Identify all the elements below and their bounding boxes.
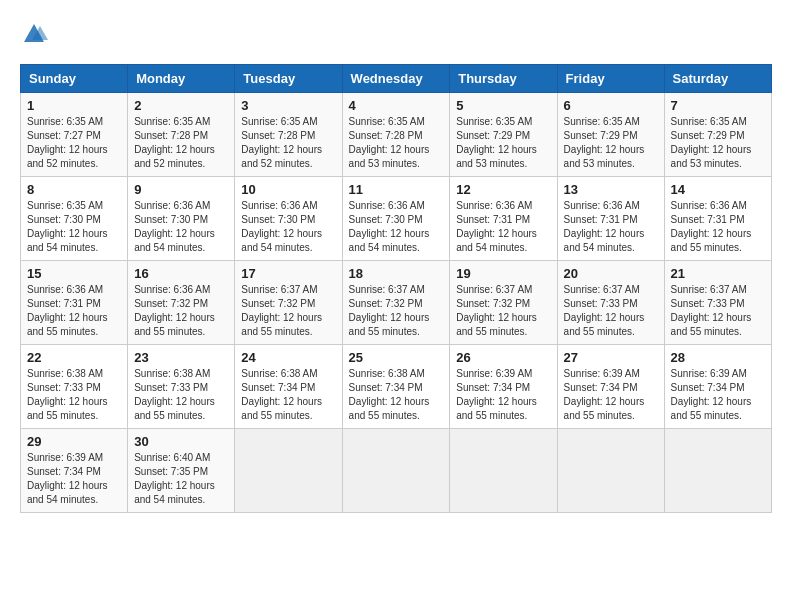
day-cell-1: 1Sunrise: 6:35 AMSunset: 7:27 PMDaylight…: [21, 93, 128, 177]
day-number: 19: [456, 266, 550, 281]
day-cell-6: 6Sunrise: 6:35 AMSunset: 7:29 PMDaylight…: [557, 93, 664, 177]
day-cell-29: 29Sunrise: 6:39 AMSunset: 7:34 PMDayligh…: [21, 429, 128, 513]
calendar-week-1: 1Sunrise: 6:35 AMSunset: 7:27 PMDaylight…: [21, 93, 772, 177]
day-header-saturday: Saturday: [664, 65, 771, 93]
day-number: 9: [134, 182, 228, 197]
day-number: 27: [564, 350, 658, 365]
day-number: 4: [349, 98, 444, 113]
day-number: 1: [27, 98, 121, 113]
day-number: 17: [241, 266, 335, 281]
logo: [20, 20, 52, 48]
day-content: Sunrise: 6:37 AMSunset: 7:33 PMDaylight:…: [564, 283, 658, 339]
day-header-wednesday: Wednesday: [342, 65, 450, 93]
day-cell-11: 11Sunrise: 6:36 AMSunset: 7:30 PMDayligh…: [342, 177, 450, 261]
day-number: 7: [671, 98, 765, 113]
empty-cell: [450, 429, 557, 513]
day-content: Sunrise: 6:35 AMSunset: 7:28 PMDaylight:…: [241, 115, 335, 171]
day-content: Sunrise: 6:39 AMSunset: 7:34 PMDaylight:…: [456, 367, 550, 423]
day-number: 16: [134, 266, 228, 281]
day-number: 3: [241, 98, 335, 113]
day-number: 18: [349, 266, 444, 281]
day-number: 8: [27, 182, 121, 197]
day-number: 22: [27, 350, 121, 365]
day-number: 26: [456, 350, 550, 365]
day-number: 10: [241, 182, 335, 197]
day-number: 11: [349, 182, 444, 197]
day-content: Sunrise: 6:36 AMSunset: 7:30 PMDaylight:…: [241, 199, 335, 255]
day-content: Sunrise: 6:36 AMSunset: 7:31 PMDaylight:…: [671, 199, 765, 255]
day-content: Sunrise: 6:36 AMSunset: 7:32 PMDaylight:…: [134, 283, 228, 339]
day-number: 12: [456, 182, 550, 197]
day-content: Sunrise: 6:37 AMSunset: 7:32 PMDaylight:…: [456, 283, 550, 339]
logo-icon: [20, 20, 48, 48]
day-cell-12: 12Sunrise: 6:36 AMSunset: 7:31 PMDayligh…: [450, 177, 557, 261]
page-header: [20, 20, 772, 48]
day-number: 21: [671, 266, 765, 281]
day-content: Sunrise: 6:36 AMSunset: 7:30 PMDaylight:…: [134, 199, 228, 255]
day-cell-30: 30Sunrise: 6:40 AMSunset: 7:35 PMDayligh…: [128, 429, 235, 513]
day-cell-24: 24Sunrise: 6:38 AMSunset: 7:34 PMDayligh…: [235, 345, 342, 429]
day-content: Sunrise: 6:37 AMSunset: 7:33 PMDaylight:…: [671, 283, 765, 339]
day-number: 13: [564, 182, 658, 197]
day-content: Sunrise: 6:38 AMSunset: 7:34 PMDaylight:…: [349, 367, 444, 423]
day-header-sunday: Sunday: [21, 65, 128, 93]
day-number: 30: [134, 434, 228, 449]
day-cell-14: 14Sunrise: 6:36 AMSunset: 7:31 PMDayligh…: [664, 177, 771, 261]
day-content: Sunrise: 6:35 AMSunset: 7:30 PMDaylight:…: [27, 199, 121, 255]
day-content: Sunrise: 6:39 AMSunset: 7:34 PMDaylight:…: [671, 367, 765, 423]
day-content: Sunrise: 6:39 AMSunset: 7:34 PMDaylight:…: [564, 367, 658, 423]
calendar-table: SundayMondayTuesdayWednesdayThursdayFrid…: [20, 64, 772, 513]
day-number: 14: [671, 182, 765, 197]
day-content: Sunrise: 6:37 AMSunset: 7:32 PMDaylight:…: [241, 283, 335, 339]
day-cell-9: 9Sunrise: 6:36 AMSunset: 7:30 PMDaylight…: [128, 177, 235, 261]
day-content: Sunrise: 6:35 AMSunset: 7:28 PMDaylight:…: [349, 115, 444, 171]
day-cell-20: 20Sunrise: 6:37 AMSunset: 7:33 PMDayligh…: [557, 261, 664, 345]
empty-cell: [342, 429, 450, 513]
day-number: 6: [564, 98, 658, 113]
day-content: Sunrise: 6:36 AMSunset: 7:30 PMDaylight:…: [349, 199, 444, 255]
day-cell-19: 19Sunrise: 6:37 AMSunset: 7:32 PMDayligh…: [450, 261, 557, 345]
day-number: 2: [134, 98, 228, 113]
day-cell-18: 18Sunrise: 6:37 AMSunset: 7:32 PMDayligh…: [342, 261, 450, 345]
day-cell-8: 8Sunrise: 6:35 AMSunset: 7:30 PMDaylight…: [21, 177, 128, 261]
day-header-monday: Monday: [128, 65, 235, 93]
day-content: Sunrise: 6:37 AMSunset: 7:32 PMDaylight:…: [349, 283, 444, 339]
day-header-thursday: Thursday: [450, 65, 557, 93]
day-cell-23: 23Sunrise: 6:38 AMSunset: 7:33 PMDayligh…: [128, 345, 235, 429]
day-content: Sunrise: 6:35 AMSunset: 7:29 PMDaylight:…: [564, 115, 658, 171]
day-number: 24: [241, 350, 335, 365]
day-content: Sunrise: 6:40 AMSunset: 7:35 PMDaylight:…: [134, 451, 228, 507]
day-cell-5: 5Sunrise: 6:35 AMSunset: 7:29 PMDaylight…: [450, 93, 557, 177]
day-content: Sunrise: 6:38 AMSunset: 7:33 PMDaylight:…: [27, 367, 121, 423]
empty-cell: [235, 429, 342, 513]
calendar-week-2: 8Sunrise: 6:35 AMSunset: 7:30 PMDaylight…: [21, 177, 772, 261]
day-cell-27: 27Sunrise: 6:39 AMSunset: 7:34 PMDayligh…: [557, 345, 664, 429]
day-cell-2: 2Sunrise: 6:35 AMSunset: 7:28 PMDaylight…: [128, 93, 235, 177]
empty-cell: [664, 429, 771, 513]
day-header-friday: Friday: [557, 65, 664, 93]
calendar-week-5: 29Sunrise: 6:39 AMSunset: 7:34 PMDayligh…: [21, 429, 772, 513]
day-content: Sunrise: 6:35 AMSunset: 7:29 PMDaylight:…: [456, 115, 550, 171]
day-number: 28: [671, 350, 765, 365]
day-cell-10: 10Sunrise: 6:36 AMSunset: 7:30 PMDayligh…: [235, 177, 342, 261]
calendar-week-4: 22Sunrise: 6:38 AMSunset: 7:33 PMDayligh…: [21, 345, 772, 429]
day-cell-15: 15Sunrise: 6:36 AMSunset: 7:31 PMDayligh…: [21, 261, 128, 345]
empty-cell: [557, 429, 664, 513]
day-cell-26: 26Sunrise: 6:39 AMSunset: 7:34 PMDayligh…: [450, 345, 557, 429]
day-number: 5: [456, 98, 550, 113]
day-number: 23: [134, 350, 228, 365]
day-cell-3: 3Sunrise: 6:35 AMSunset: 7:28 PMDaylight…: [235, 93, 342, 177]
day-content: Sunrise: 6:38 AMSunset: 7:33 PMDaylight:…: [134, 367, 228, 423]
day-content: Sunrise: 6:39 AMSunset: 7:34 PMDaylight:…: [27, 451, 121, 507]
day-cell-28: 28Sunrise: 6:39 AMSunset: 7:34 PMDayligh…: [664, 345, 771, 429]
day-content: Sunrise: 6:35 AMSunset: 7:29 PMDaylight:…: [671, 115, 765, 171]
day-content: Sunrise: 6:36 AMSunset: 7:31 PMDaylight:…: [564, 199, 658, 255]
day-cell-16: 16Sunrise: 6:36 AMSunset: 7:32 PMDayligh…: [128, 261, 235, 345]
day-cell-22: 22Sunrise: 6:38 AMSunset: 7:33 PMDayligh…: [21, 345, 128, 429]
day-cell-4: 4Sunrise: 6:35 AMSunset: 7:28 PMDaylight…: [342, 93, 450, 177]
day-cell-25: 25Sunrise: 6:38 AMSunset: 7:34 PMDayligh…: [342, 345, 450, 429]
day-cell-13: 13Sunrise: 6:36 AMSunset: 7:31 PMDayligh…: [557, 177, 664, 261]
day-number: 15: [27, 266, 121, 281]
day-cell-17: 17Sunrise: 6:37 AMSunset: 7:32 PMDayligh…: [235, 261, 342, 345]
day-cell-7: 7Sunrise: 6:35 AMSunset: 7:29 PMDaylight…: [664, 93, 771, 177]
